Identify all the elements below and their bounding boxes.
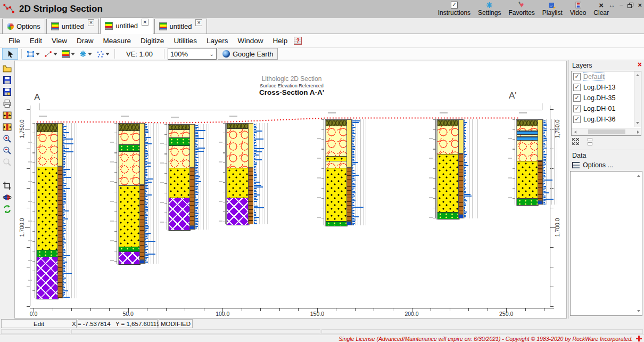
menu-window[interactable]: Window xyxy=(233,35,267,46)
print-button[interactable] xyxy=(1,98,13,109)
x-axis-tick-label: 150.0 xyxy=(309,311,326,317)
histogram-bar xyxy=(195,152,197,153)
rect-select-tool-button[interactable] xyxy=(25,48,42,60)
histogram-bar xyxy=(464,200,467,201)
scrollbar-thumb[interactable] xyxy=(588,129,625,134)
menu-utilities[interactable]: Utilities xyxy=(169,35,201,46)
zoom-level-select[interactable]: 100% ⌄ xyxy=(168,48,217,60)
google-earth-button[interactable]: Google Earth xyxy=(218,48,278,60)
x-axis-tick xyxy=(544,308,544,311)
histogram-bar xyxy=(195,175,199,176)
log-lithology-column[interactable] xyxy=(516,119,539,206)
section-canvas[interactable]: Lithologic 2D Section Surface Elevation … xyxy=(14,61,567,319)
menu-layers[interactable]: Layers xyxy=(202,35,233,46)
vertical-exaggeration-button[interactable]: VE: 1.00 xyxy=(118,48,161,60)
save-as-button[interactable] xyxy=(1,86,13,97)
playlist-button[interactable]: Playlist xyxy=(542,1,563,17)
clear-button[interactable]: × Clear xyxy=(593,1,609,17)
layers-horizontal-scrollbar[interactable] xyxy=(572,128,641,135)
layer-item-dh01[interactable]: ✓ Log.DH-01 xyxy=(572,103,641,114)
video-button[interactable]: Video xyxy=(570,1,586,17)
layers-vertical-scrollbar[interactable] xyxy=(634,71,641,127)
log-lithology-column[interactable] xyxy=(436,119,460,220)
panel-close-icon[interactable]: × xyxy=(638,60,642,69)
log-track2-lower xyxy=(189,167,195,226)
tab-options[interactable]: Options xyxy=(2,19,45,34)
lith-interval-topsoil xyxy=(517,120,538,126)
histogram-bar xyxy=(145,214,147,215)
crop-button[interactable] xyxy=(1,180,13,191)
help-icon[interactable]: ? xyxy=(294,37,302,45)
histogram-bar xyxy=(63,177,71,178)
layer-item-dh35[interactable]: ✓ Log.DH-35 xyxy=(572,93,641,103)
menu-draw[interactable]: Draw xyxy=(72,35,98,46)
histogram-bar xyxy=(464,152,465,153)
histogram-bar xyxy=(543,130,547,131)
data-options-button[interactable]: Options ... xyxy=(572,161,613,169)
zoom-in-button[interactable] xyxy=(1,133,13,144)
log-lithology-column[interactable] xyxy=(118,123,141,265)
tab-close-icon[interactable]: × xyxy=(142,19,148,26)
x-axis-tick xyxy=(468,308,469,311)
log-lithology-column[interactable] xyxy=(325,119,348,227)
checkbox-icon[interactable]: ✓ xyxy=(573,105,581,112)
resize-icon[interactable]: ↔ xyxy=(608,2,615,9)
striplog-tool-button[interactable] xyxy=(60,48,77,60)
layers-list[interactable]: ✓ Default ✓ Log.DH-13 ✓ Log.DH-35 ✓ Log.… xyxy=(571,71,641,136)
uncheck-all-layers-button[interactable] xyxy=(588,138,592,145)
close-button[interactable]: × xyxy=(638,2,642,9)
tab-close-icon[interactable]: × xyxy=(88,19,94,26)
restore-button[interactable] xyxy=(628,3,633,8)
menu-digitize[interactable]: Digitize xyxy=(136,35,168,46)
tab-untitled-3[interactable]: untitled × xyxy=(154,19,207,34)
histogram-bar xyxy=(464,133,466,134)
checkbox-icon[interactable]: ✓ xyxy=(573,94,581,102)
favorites-button[interactable]: ♥+ Favorites xyxy=(508,1,534,17)
data-list[interactable] xyxy=(570,171,642,316)
lith-interval-topsoil xyxy=(169,125,190,130)
zoom-previous-button[interactable] xyxy=(1,157,13,167)
instructions-button[interactable]: ✓ Instructions xyxy=(438,1,470,17)
log-lithology-column[interactable] xyxy=(226,123,250,226)
log-track2-cap xyxy=(538,201,543,205)
refresh-button[interactable] xyxy=(1,203,13,214)
pattern-tool-button[interactable] xyxy=(78,48,94,60)
checkbox-icon[interactable]: ✓ xyxy=(573,84,581,91)
striplog-doc-icon xyxy=(105,22,113,30)
scatter-tool-button[interactable] xyxy=(95,48,111,60)
checkbox-icon[interactable]: ✓ xyxy=(573,73,581,80)
zoom-out-button[interactable] xyxy=(1,145,13,156)
menu-edit[interactable]: Edit xyxy=(26,35,46,46)
menu-view[interactable]: View xyxy=(47,35,71,46)
histogram-bar xyxy=(254,154,259,156)
save-button[interactable] xyxy=(1,75,13,85)
tab-close-icon[interactable]: × xyxy=(195,19,202,26)
fit-extents-button[interactable] xyxy=(1,121,13,132)
layer-item-dh13[interactable]: ✓ Log.DH-13 xyxy=(572,82,641,93)
histogram-bar xyxy=(352,175,359,176)
recenter-button[interactable] xyxy=(1,192,13,202)
histogram-bar xyxy=(63,166,65,167)
minimize-button[interactable]: − xyxy=(620,2,624,9)
tab-untitled-2[interactable]: untitled × xyxy=(100,18,153,34)
menu-help[interactable]: Help xyxy=(268,35,292,46)
menu-file[interactable]: File xyxy=(4,35,24,46)
scroll-down-icon[interactable] xyxy=(637,310,640,314)
lith-interval-topsoil xyxy=(119,124,140,131)
log-lithology-column[interactable] xyxy=(168,124,191,231)
histogram-bar xyxy=(195,205,197,206)
checkbox-icon[interactable]: ✓ xyxy=(573,116,581,123)
layer-item-default[interactable]: ✓ Default xyxy=(572,71,641,82)
layer-item-dh36[interactable]: ✓ Log.DH-36 xyxy=(572,114,641,125)
tab-untitled-1[interactable]: untitled × xyxy=(46,19,99,34)
line-tool-button[interactable] xyxy=(43,48,59,60)
open-button[interactable] xyxy=(1,63,13,74)
menu-measure[interactable]: Measure xyxy=(99,35,136,46)
scroll-up-icon[interactable] xyxy=(637,173,640,177)
histogram-bar xyxy=(195,144,198,145)
settings-button[interactable]: Settings xyxy=(478,1,501,17)
check-all-layers-button[interactable] xyxy=(572,138,579,145)
log-lithology-column[interactable] xyxy=(36,123,59,299)
select-cursor-button[interactable] xyxy=(2,48,18,60)
fit-width-button[interactable] xyxy=(1,110,13,120)
